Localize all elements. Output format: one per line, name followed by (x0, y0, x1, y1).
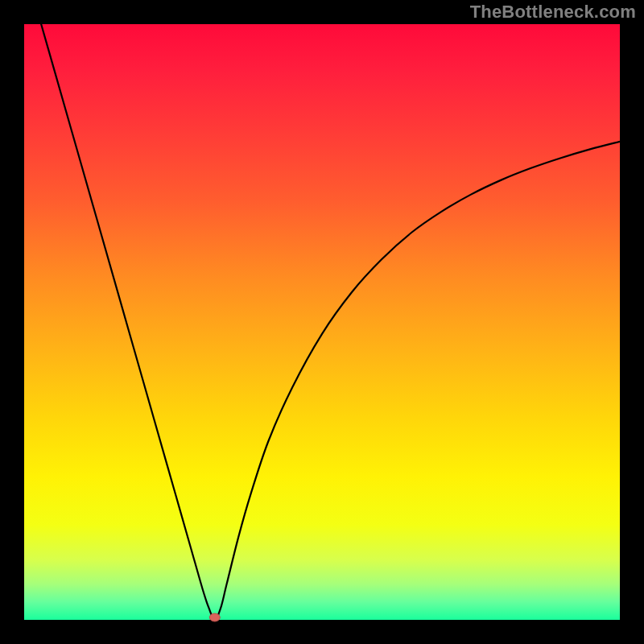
watermark: TheBottleneck.com (470, 2, 636, 23)
chart-frame: TheBottleneck.com (0, 0, 644, 644)
plot-background (24, 24, 620, 620)
bottleneck-curve-plot (0, 0, 644, 644)
optimum-marker (209, 613, 220, 621)
